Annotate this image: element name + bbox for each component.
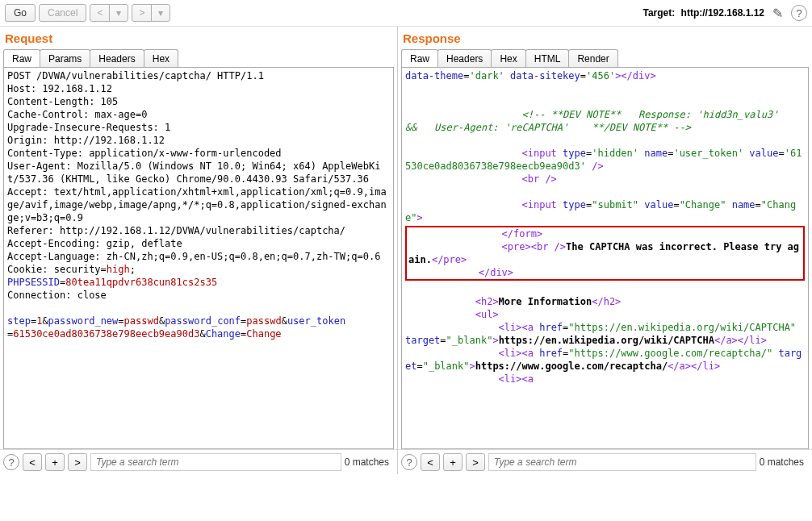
response-search-add-button[interactable]: +: [443, 453, 463, 471]
request-footer: ? < + > 0 matches: [0, 449, 397, 474]
request-search-next-button[interactable]: >: [68, 453, 87, 471]
request-help-icon[interactable]: ?: [3, 454, 19, 470]
tab-raw[interactable]: Raw: [401, 49, 438, 68]
request-search-add-button[interactable]: +: [45, 453, 65, 471]
go-button[interactable]: Go: [5, 4, 36, 22]
response-help-icon[interactable]: ?: [401, 454, 417, 470]
request-panel: Request RawParamsHeadersHex POST /DVWA/v…: [0, 27, 398, 474]
tab-hex[interactable]: Hex: [144, 49, 178, 68]
response-title: Response: [398, 27, 812, 48]
history-back-group: < ▾: [90, 4, 128, 22]
request-search-prev-button[interactable]: <: [23, 453, 42, 471]
response-panel: Response RawHeadersHexHTMLRender data-th…: [398, 27, 812, 474]
request-title: Request: [0, 27, 397, 48]
request-tabs: RawParamsHeadersHex: [0, 48, 397, 67]
request-search-input[interactable]: [90, 453, 341, 471]
cancel-button[interactable]: Cancel: [39, 4, 86, 22]
back-button[interactable]: <: [90, 4, 110, 22]
help-icon[interactable]: ?: [791, 5, 807, 21]
response-search-input[interactable]: [488, 453, 756, 471]
edit-target-icon[interactable]: ✎: [772, 6, 783, 21]
back-menu-button[interactable]: ▾: [109, 4, 128, 22]
forward-button[interactable]: >: [132, 4, 152, 22]
target-label: Target: http://192.168.1.12: [642, 7, 768, 19]
response-search-next-button[interactable]: >: [466, 453, 485, 471]
response-editor[interactable]: data-theme='dark' data-sitekey='456'></d…: [402, 68, 808, 448]
request-match-count: 0 matches: [345, 456, 394, 468]
tab-render[interactable]: Render: [568, 49, 617, 68]
tab-hex[interactable]: Hex: [491, 49, 525, 68]
tab-raw[interactable]: Raw: [3, 49, 40, 68]
response-footer: ? < + > 0 matches: [398, 449, 812, 474]
response-tabs: RawHeadersHexHTMLRender: [398, 48, 812, 67]
top-toolbar: Go Cancel < ▾ > ▾ Target: http://192.168…: [0, 0, 812, 26]
tab-html[interactable]: HTML: [525, 49, 570, 68]
request-editor[interactable]: POST /DVWA/vulnerabilities/captcha/ HTTP…: [4, 68, 393, 448]
response-match-count: 0 matches: [760, 456, 809, 468]
tab-params[interactable]: Params: [40, 49, 90, 68]
forward-menu-button[interactable]: ▾: [151, 4, 170, 22]
tab-headers[interactable]: Headers: [437, 49, 492, 68]
tab-headers[interactable]: Headers: [90, 49, 144, 68]
response-search-prev-button[interactable]: <: [421, 453, 440, 471]
history-forward-group: > ▾: [132, 4, 170, 22]
